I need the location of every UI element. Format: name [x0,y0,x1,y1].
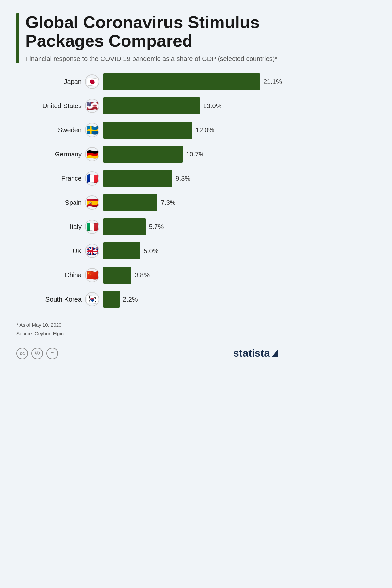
country-label: United States [16,102,82,110]
flag-icon: 🇰🇷 [85,292,99,306]
bar [103,218,146,235]
bar [103,146,183,163]
bar-row: Spain🇪🇸7.3% [16,194,278,211]
footnote-line2: Source: Ceyhun Elgin [16,329,278,338]
country-label: China [16,271,82,279]
statista-logo: statista [233,347,278,359]
bar-row: United States🇺🇸13.0% [16,97,278,114]
bar-row: Germany🇩🇪10.7% [16,146,278,163]
bar-wrapper: 2.2% [103,291,278,308]
flag-icon: 🇺🇸 [85,99,99,113]
bar-value: 9.3% [176,175,191,182]
flag-icon: 🇯🇵 [85,74,99,89]
bar-row: Italy🇮🇹5.7% [16,218,278,235]
bar-row: France🇫🇷9.3% [16,170,278,187]
flag-icon: 🇩🇪 [85,147,99,161]
flag-icon: 🇸🇪 [85,123,99,137]
bar-row: Japan🇯🇵21.1% [16,73,278,90]
bar-value: 3.8% [135,271,150,279]
flag-icon: 🇪🇸 [85,195,99,210]
flag-icon: 🇮🇹 [85,220,99,234]
bar-value: 5.7% [149,223,164,231]
country-label: South Korea [16,296,82,303]
bar-wrapper: 12.0% [103,122,278,139]
bar-value: 7.3% [161,199,176,206]
bar [103,267,131,284]
chart-container: Japan🇯🇵21.1%United States🇺🇸13.0%Sweden🇸🇪… [16,73,278,308]
footer: cc Ⓐ = statista [16,347,278,359]
page-title: Global Coronavirus Stimulus Packages Com… [25,13,278,50]
page-wrapper: Global Coronavirus Stimulus Packages Com… [16,13,278,359]
by-icon: Ⓐ [31,348,43,359]
bar-wrapper: 5.7% [103,218,278,235]
bar [103,291,120,308]
statista-name: statista [233,347,270,359]
statista-arrow-icon [272,350,278,357]
bar-value: 2.2% [123,296,138,303]
country-label: Japan [16,78,82,86]
bar [103,122,192,139]
nd-icon: = [46,348,58,359]
bar-value: 10.7% [186,151,204,158]
footnote-line1: * As of May 10, 2020 [16,321,278,329]
bar-wrapper: 10.7% [103,146,278,163]
country-label: Germany [16,151,82,158]
footnote: * As of May 10, 2020 Source: Ceyhun Elgi… [16,321,278,337]
bar-row: UK🇬🇧5.0% [16,242,278,259]
bar-row: Sweden🇸🇪12.0% [16,122,278,139]
bar [103,73,260,90]
country-label: Italy [16,223,82,231]
bar-wrapper: 9.3% [103,170,278,187]
bar [103,170,172,187]
bar-value: 21.1% [263,78,282,86]
bar-value: 13.0% [203,102,222,110]
bar-value: 5.0% [144,247,159,255]
bar-row: South Korea🇰🇷2.2% [16,291,278,308]
license-icons: cc Ⓐ = [16,348,58,359]
bar-value: 12.0% [196,126,214,134]
country-label: France [16,175,82,182]
bar-row: China🇨🇳3.8% [16,267,278,284]
flag-icon: 🇬🇧 [85,244,99,258]
bar [103,242,140,259]
accent-bar [16,13,19,63]
country-label: Spain [16,199,82,206]
bar-wrapper: 21.1% [103,73,282,90]
flag-icon: 🇫🇷 [85,171,99,186]
bar [103,194,157,211]
header: Global Coronavirus Stimulus Packages Com… [16,13,278,63]
header-text: Global Coronavirus Stimulus Packages Com… [25,13,278,63]
country-label: Sweden [16,126,82,134]
cc-icon: cc [16,348,28,359]
bar-wrapper: 5.0% [103,242,278,259]
flag-icon: 🇨🇳 [85,268,99,282]
bar-wrapper: 7.3% [103,194,278,211]
page-subtitle: Financial response to the COVID-19 pande… [25,54,278,63]
bar [103,97,200,114]
bar-wrapper: 13.0% [103,97,278,114]
bar-wrapper: 3.8% [103,267,278,284]
country-label: UK [16,247,82,255]
